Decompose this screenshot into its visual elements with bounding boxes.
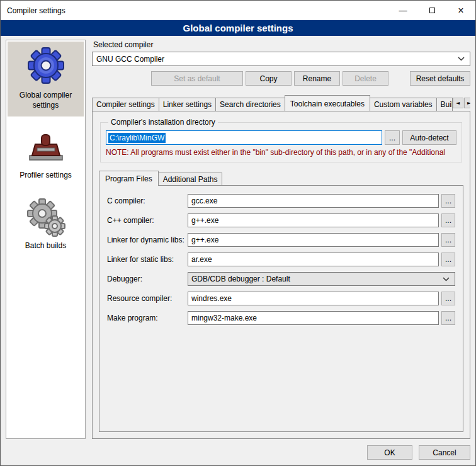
resource-compiler-row: Resource compiler: ... <box>107 292 455 305</box>
sidebar-item-label: Profiler settings <box>20 171 72 181</box>
profiler-tool-icon <box>26 127 66 167</box>
subtab-additional-paths[interactable]: Additional Paths <box>158 173 223 185</box>
compiler-settings-dialog: Compiler settings — × Global compiler se… <box>0 0 476 466</box>
maximize-icon <box>429 8 435 13</box>
settings-sidebar: Global compiler settings Profiler settin… <box>6 40 86 439</box>
tab-scroll-left-button[interactable]: ◄ <box>453 98 463 108</box>
selected-compiler-label: Selected compiler <box>93 40 470 49</box>
selected-compiler-dropdown[interactable]: GNU GCC Compiler <box>92 52 470 66</box>
dynamic-linker-label: Linker for dynamic libs: <box>107 236 188 244</box>
static-linker-browse-button[interactable]: ... <box>441 253 455 266</box>
debugger-label: Debugger: <box>107 275 188 283</box>
tab-bar: Compiler settings Linker settings Search… <box>92 94 470 111</box>
reset-defaults-button[interactable]: Reset defaults <box>410 71 470 86</box>
debugger-select[interactable]: GDB/CDB debugger : Default <box>188 272 455 286</box>
tab-compiler-settings[interactable]: Compiler settings <box>92 98 159 111</box>
make-program-row: Make program: ... <box>107 311 455 325</box>
tab-build-options[interactable]: Build <box>436 98 453 111</box>
dialog-footer: OK Cancel <box>1 439 475 465</box>
c-compiler-label: C compiler: <box>107 196 188 205</box>
maximize-button[interactable] <box>417 1 446 20</box>
static-linker-label: Linker for static libs: <box>107 255 188 264</box>
window-title: Compiler settings <box>1 6 388 15</box>
close-icon: × <box>458 5 463 16</box>
minimize-button[interactable]: — <box>388 1 417 20</box>
cancel-button[interactable]: Cancel <box>419 445 470 460</box>
static-linker-input[interactable] <box>188 253 439 266</box>
compiler-actions: Set as default Copy Rename Delete Reset … <box>92 71 470 86</box>
set-as-default-button: Set as default <box>151 71 243 86</box>
make-program-label: Make program: <box>107 314 188 322</box>
sidebar-item-profiler-settings[interactable]: Profiler settings <box>8 122 84 187</box>
sidebar-item-label: Batch builds <box>25 241 66 251</box>
main-pane: Selected compiler GNU GCC Compiler Set a… <box>92 40 470 439</box>
toolchain-executables-panel: Compiler's installation directory C:\ray… <box>92 111 470 439</box>
arrow-right-icon: ► <box>467 100 470 106</box>
resource-compiler-label: Resource compiler: <box>107 294 188 303</box>
cpp-compiler-row: C++ compiler: ... <box>107 213 455 227</box>
subtab-bar: Program Files Additional Paths <box>99 170 463 185</box>
title-bar: Compiler settings — × <box>1 1 475 20</box>
cpp-compiler-label: C++ compiler: <box>107 216 188 225</box>
close-button[interactable]: × <box>446 1 475 20</box>
page-title: Global compiler settings <box>1 20 475 36</box>
autodetect-button[interactable]: Auto-detect <box>402 130 456 145</box>
sidebar-item-batch-builds[interactable]: Batch builds <box>8 192 84 258</box>
make-program-input[interactable] <box>188 311 439 325</box>
sidebar-item-global-compiler-settings[interactable]: Global compiler settings <box>8 42 84 116</box>
dynamic-linker-row: Linker for dynamic libs: ... <box>107 233 455 247</box>
resource-compiler-browse-button[interactable]: ... <box>441 292 455 305</box>
installation-directory-group-title: Compiler's installation directory <box>108 118 218 127</box>
blue-gear-icon <box>26 47 66 87</box>
debugger-selected-value: GDB/CDB debugger : Default <box>191 275 290 283</box>
installation-directory-input[interactable]: C:\raylib\MinGW <box>106 130 382 145</box>
rename-button[interactable]: Rename <box>294 71 340 86</box>
tab-toolchain-executables[interactable]: Toolchain executables <box>285 95 370 111</box>
c-compiler-row: C compiler: ... <box>107 194 455 208</box>
installation-directory-row: C:\raylib\MinGW ... Auto-detect <box>106 130 456 145</box>
arrow-left-icon: ◄ <box>456 100 460 106</box>
installation-directory-value: C:\raylib\MinGW <box>108 133 166 143</box>
dynamic-linker-browse-button[interactable]: ... <box>441 233 455 247</box>
dialog-content: Global compiler settings Profiler settin… <box>1 36 475 439</box>
tab-linker-settings[interactable]: Linker settings <box>159 98 216 111</box>
delete-button: Delete <box>343 71 388 86</box>
window-controls: — × <box>388 1 475 20</box>
sidebar-item-label: Global compiler settings <box>9 91 82 110</box>
subtab-program-files[interactable]: Program Files <box>99 171 159 186</box>
cpp-compiler-browse-button[interactable]: ... <box>441 213 455 227</box>
minimize-icon: — <box>399 6 407 15</box>
debugger-row: Debugger: GDB/CDB debugger : Default <box>107 272 455 286</box>
chevron-down-icon <box>443 277 450 281</box>
copy-button[interactable]: Copy <box>246 71 292 86</box>
gray-gears-icon <box>26 197 66 237</box>
c-compiler-input[interactable] <box>188 194 439 208</box>
selected-compiler-value: GNU GCC Compiler <box>96 55 164 64</box>
static-linker-row: Linker for static libs: ... <box>107 253 455 266</box>
tab-custom-variables[interactable]: Custom variables <box>370 98 437 111</box>
resource-compiler-input[interactable] <box>188 292 439 305</box>
installation-directory-group: Compiler's installation directory C:\ray… <box>100 118 462 162</box>
chevron-down-icon <box>458 57 465 61</box>
tab-scroll-right-button[interactable]: ► <box>464 98 470 108</box>
dynamic-linker-input[interactable] <box>188 233 439 247</box>
installation-directory-browse-button[interactable]: ... <box>385 130 400 145</box>
program-files-panel: C compiler: ... C++ compiler: ... Linker… <box>99 185 463 432</box>
cpp-compiler-input[interactable] <box>188 213 439 227</box>
c-compiler-browse-button[interactable]: ... <box>441 194 455 208</box>
make-program-browse-button[interactable]: ... <box>441 311 455 325</box>
ok-button[interactable]: OK <box>367 445 412 460</box>
tab-search-directories[interactable]: Search directories <box>215 98 285 111</box>
tab-scroll-controls: ◄ ► <box>453 98 470 108</box>
bin-subdirectory-note: NOTE: All programs must exist either in … <box>106 148 456 157</box>
